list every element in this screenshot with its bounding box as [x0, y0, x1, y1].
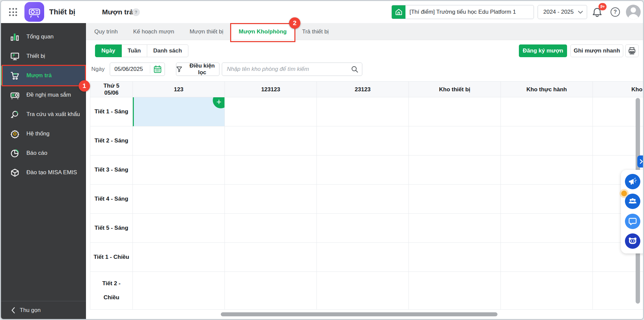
- tab-1[interactable]: Kế hoạch mượn: [125, 23, 182, 40]
- search-input[interactable]: [222, 66, 347, 73]
- schedule-cell-r2-c1[interactable]: [225, 155, 317, 185]
- schedule-cell-r4-c4[interactable]: [501, 214, 593, 243]
- schedule-cell-r5-c3[interactable]: [409, 243, 501, 272]
- sidebar-item-2[interactable]: Mượn trả: [1, 66, 86, 85]
- search-icon: [10, 110, 19, 119]
- tab-2[interactable]: Mượn thiết bị: [182, 23, 231, 40]
- register-borrow-button[interactable]: Đăng ký mượn: [519, 44, 567, 57]
- schedule-cell-r1-c4[interactable]: [501, 126, 593, 155]
- schedule-cell-r1-c3[interactable]: [409, 126, 501, 155]
- school-year-dropdown[interactable]: 2024 - 2025: [538, 5, 587, 19]
- tab-3[interactable]: Mượn Kho/phòng2: [231, 23, 294, 40]
- schedule-cell-r4-c2[interactable]: [317, 214, 409, 243]
- schedule-cell-r2-c2[interactable]: [317, 155, 409, 185]
- schedule-cell-r2-c4[interactable]: [501, 155, 593, 185]
- community-icon[interactable]: [625, 194, 640, 209]
- schedule-cell-r6-c2[interactable]: [317, 272, 409, 310]
- column-header-1: 123123: [225, 82, 317, 97]
- tab-0[interactable]: Quy trình: [87, 23, 125, 40]
- schedule-cell-r5-c4[interactable]: [501, 243, 593, 272]
- schedule-cell-r0-c4[interactable]: [501, 97, 593, 126]
- cart-icon: [10, 71, 19, 80]
- column-header-3: Kho thiết bị: [409, 82, 501, 97]
- sidebar-item-5[interactable]: Hệ thống: [1, 124, 86, 143]
- schedule-cell-r0-c0[interactable]: +: [133, 97, 225, 126]
- app-logo-projector-icon[interactable]: [24, 2, 44, 22]
- print-button[interactable]: [625, 44, 639, 57]
- schedule-cell-r0-c3[interactable]: [409, 97, 501, 126]
- view-mode-0[interactable]: Ngày: [95, 44, 122, 57]
- app-grid-icon[interactable]: [9, 8, 18, 17]
- column-header-5: Kho t: [593, 82, 643, 97]
- annotation-step1-badge: 1: [79, 80, 90, 92]
- collapse-sidebar-button[interactable]: Thu gọn: [1, 301, 86, 319]
- horizontal-scrollbar[interactable]: [221, 312, 497, 316]
- schedule-cell-r3-c2[interactable]: [317, 185, 409, 214]
- view-mode-1[interactable]: Tuần: [122, 44, 147, 57]
- schedule-cell-r2-c3[interactable]: [409, 155, 501, 185]
- sidebar-item-6[interactable]: Báo cáo: [1, 143, 86, 163]
- school-year-value: 2024 - 2025: [543, 9, 574, 15]
- schedule-cell-r0-c2[interactable]: [317, 97, 409, 126]
- filter-conditions-button[interactable]: Điều kiện lọc: [176, 63, 219, 76]
- view-mode-2[interactable]: Danh sách: [147, 44, 188, 57]
- schedule-cell-r5-c1[interactable]: [225, 243, 317, 272]
- avatar[interactable]: [626, 5, 641, 19]
- chevron-down-icon: [578, 11, 583, 14]
- schedule-cell-r6-c3[interactable]: [409, 272, 501, 310]
- schedule-cell-r0-c1[interactable]: [225, 97, 317, 126]
- assistant-bot-icon[interactable]: [625, 233, 640, 249]
- schedule-cell-r3-c3[interactable]: [409, 185, 501, 214]
- search-room-box: [222, 63, 362, 76]
- sidebar-item-label: Tổng quan: [26, 33, 54, 40]
- date-input[interactable]: [110, 66, 150, 73]
- sidebar-item-4[interactable]: Tra cứu và xuất khẩu: [1, 105, 86, 124]
- sidebar-item-0[interactable]: Tổng quan: [1, 27, 86, 46]
- schedule-cell-r3-c4[interactable]: [501, 185, 593, 214]
- schedule-cell-r2-c0[interactable]: [133, 155, 225, 185]
- quick-borrow-button[interactable]: Ghi mượn nhanh: [570, 44, 623, 57]
- search-icon[interactable]: [347, 66, 362, 73]
- sidebar-item-label: Đào tạo MISA EMIS: [26, 169, 77, 176]
- view-mode-switch: NgàyTuầnDanh sách: [95, 44, 188, 57]
- page-help-icon[interactable]: ?: [132, 8, 140, 16]
- sidebar-item-label: Mượn trả: [26, 72, 52, 79]
- sidebar-item-1[interactable]: Thiết bị: [1, 46, 86, 66]
- notification-count-badge: 9+: [599, 3, 607, 10]
- schedule-cell-r5-c2[interactable]: [317, 243, 409, 272]
- school-name: [Thí điểm] Trường tiểu học Edu Platform …: [405, 9, 520, 15]
- gear-icon: [10, 129, 19, 138]
- schedule-cell-r3-c1[interactable]: [225, 185, 317, 214]
- chevron-left-icon: [11, 307, 15, 314]
- schedule-cell-r4-c3[interactable]: [409, 214, 501, 243]
- pie-chart-icon: [10, 149, 19, 158]
- chevron-right-icon: [640, 159, 643, 164]
- help-icon[interactable]: ?: [611, 7, 620, 17]
- schedule-cell-r4-c0[interactable]: [133, 214, 225, 243]
- megaphone-icon[interactable]: [625, 174, 640, 189]
- schedule-cell-r1-c0[interactable]: [133, 126, 225, 155]
- row-label: Tiết 1 - Chiều: [90, 243, 133, 272]
- schedule-cell-r1-c2[interactable]: [317, 126, 409, 155]
- schedule-cell-r6-c0[interactable]: [133, 272, 225, 310]
- tab-4[interactable]: Trả thiết bị: [294, 23, 337, 40]
- school-selector[interactable]: [Thí điểm] Trường tiểu học Edu Platform …: [391, 5, 534, 19]
- home-icon: [392, 5, 405, 19]
- row-label: Tiết 2 - Sáng: [90, 126, 133, 155]
- calendar-icon[interactable]: [150, 65, 165, 74]
- tab-bar: Quy trìnhKế hoạch mượnMượn thiết bịMượn …: [86, 23, 643, 40]
- sidebar-item-3[interactable]: Đề nghị mua sắm: [1, 85, 86, 105]
- schedule-cell-r5-c0[interactable]: [133, 243, 225, 272]
- schedule-cell-r3-c0[interactable]: [133, 185, 225, 214]
- schedule-cell-r6-c1[interactable]: [225, 272, 317, 310]
- schedule-cell-r1-c1[interactable]: [225, 126, 317, 155]
- chat-icon[interactable]: [625, 214, 640, 229]
- schedule-cell-r6-c4[interactable]: [501, 272, 593, 310]
- widgets-expand-tab[interactable]: [637, 155, 644, 168]
- date-picker[interactable]: [110, 63, 165, 76]
- sidebar-item-label: Hệ thống: [26, 130, 50, 137]
- schedule-cell-r4-c1[interactable]: [225, 214, 317, 243]
- sidebar: Tổng quanThiết bịMượn trảĐề nghị mua sắm…: [1, 23, 86, 319]
- sidebar-item-7[interactable]: Đào tạo MISA EMIS: [1, 163, 86, 182]
- add-booking-button[interactable]: +: [213, 97, 225, 108]
